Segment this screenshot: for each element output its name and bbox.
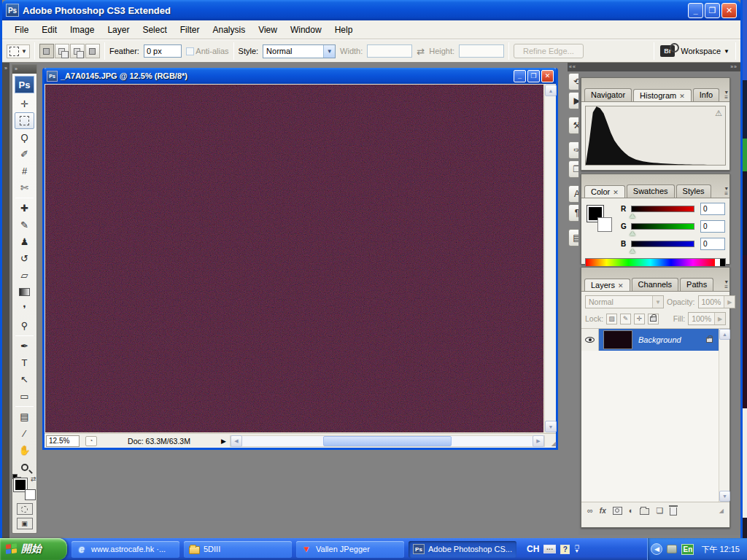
history-brush-tool[interactable]: ↺ [15, 250, 34, 267]
blur-tool[interactable]: ❜ [15, 300, 34, 317]
refine-edge-button[interactable]: Refine Edge... [514, 44, 584, 58]
menu-item-select[interactable]: Select [136, 23, 173, 37]
layers-scrollbar[interactable]: ▲ ▼ [719, 329, 729, 502]
add-to-selection-mode-button[interactable] [55, 44, 69, 58]
menu-item-image[interactable]: Image [63, 23, 101, 37]
path-selection-tool[interactable]: ↖ [15, 371, 34, 388]
delete-layer-button[interactable] [670, 506, 677, 516]
intersect-selection-mode-button[interactable] [85, 44, 100, 58]
slider-thumb-icon[interactable] [630, 214, 635, 218]
pen-tool[interactable]: ✒ [15, 338, 34, 354]
tool-preset-picker[interactable]: ▼ [7, 44, 30, 58]
feather-input[interactable] [144, 44, 182, 58]
taskbar-button-vallen-jpegger[interactable]: ▼Vallen JPegger [296, 541, 404, 558]
add-layer-mask-button[interactable] [613, 507, 622, 515]
taskbar-button-photoshop[interactable]: PsAdobe Photoshop CS... [409, 541, 516, 558]
maximize-button[interactable]: ❐ [705, 3, 720, 18]
layer-thumbnail[interactable] [603, 330, 632, 349]
close-tab-icon[interactable]: ✕ [613, 189, 619, 196]
taskbar-button-5diii[interactable]: 5DIII [184, 541, 292, 558]
status-flyout-icon[interactable]: ▶ [221, 438, 230, 445]
brush-tool[interactable]: ✎ [15, 217, 34, 233]
menu-item-edit[interactable]: Edit [35, 23, 63, 37]
doc-maximize-button[interactable]: ❐ [527, 70, 540, 82]
hide-tray-icons-chevron[interactable]: ◀ [651, 543, 662, 555]
input-language-indicator[interactable]: CH [527, 544, 539, 554]
crop-tool[interactable]: # [15, 163, 34, 179]
close-tab-icon[interactable]: ✕ [679, 93, 685, 100]
panel-dock-collapse-handle[interactable]: »» [578, 63, 740, 71]
height-input[interactable] [459, 44, 504, 58]
language-bar-options-icon[interactable]: ❐▼ [574, 545, 579, 553]
width-input[interactable] [367, 44, 412, 58]
spot-healing-brush-tool[interactable]: ✚ [15, 200, 34, 217]
horizontal-type-tool[interactable]: T [15, 354, 34, 371]
panel-tab-styles[interactable]: Styles [676, 184, 711, 198]
style-dropdown[interactable]: Normal ▼ [263, 44, 336, 58]
toolbox-collapse-handle[interactable]: » [12, 65, 36, 74]
channel-slider[interactable] [631, 241, 694, 247]
anti-alias-checkbox[interactable] [186, 47, 194, 55]
panel-tab-info[interactable]: Info [693, 88, 719, 101]
panel-tab-channels[interactable]: Channels [632, 278, 678, 291]
zoom-tool[interactable] [15, 459, 34, 475]
tray-language-badge[interactable]: En [681, 544, 694, 555]
panel-tab-color[interactable]: Color✕ [584, 185, 625, 198]
lock-transparency-button[interactable]: ▨ [606, 314, 617, 324]
scroll-down-icon[interactable]: ▼ [545, 421, 557, 432]
channel-value-input[interactable] [700, 203, 725, 215]
zoom-level-field[interactable] [46, 435, 80, 447]
panel-menu-icon[interactable]: ▾≡ [724, 279, 728, 289]
resize-grip[interactable]: ◢ [546, 435, 556, 447]
language-help-icon[interactable]: ? [560, 545, 570, 554]
document-titlebar[interactable]: Ps _A7A0145.JPG @ 12.5% (RGB/8*) _ ❐ ✕ [44, 68, 556, 84]
new-group-button[interactable] [640, 507, 649, 515]
fill-dropdown[interactable]: 100% ▶ [688, 312, 726, 325]
tray-utility-icon[interactable] [667, 545, 677, 553]
move-tool[interactable]: ✛ [15, 96, 34, 112]
channel-slider[interactable] [631, 223, 694, 230]
slice-tool[interactable]: ✄ [15, 179, 34, 196]
menu-item-help[interactable]: Help [328, 23, 360, 37]
panel-menu-icon[interactable]: ▾≡ [724, 186, 728, 196]
menu-item-layer[interactable]: Layer [101, 23, 136, 37]
new-layer-button[interactable]: ❏ [656, 506, 663, 516]
left-dock-edge[interactable]: » [2, 63, 9, 538]
eyedropper-tool[interactable]: ∕ [15, 425, 34, 442]
vertical-scrollbar[interactable]: ▲ ▼ [544, 85, 556, 432]
panel-tab-layers[interactable]: Layers✕ [584, 279, 630, 292]
blend-mode-dropdown[interactable]: Normal ▼ [585, 295, 664, 308]
link-layers-button[interactable]: ∞ [587, 506, 593, 515]
panel-menu-icon[interactable]: ▾≡ [724, 90, 728, 100]
close-tab-icon[interactable]: ✕ [618, 282, 624, 289]
hand-tool[interactable]: ✋ [15, 442, 34, 459]
channel-slider[interactable] [631, 206, 694, 212]
notes-tool[interactable]: ▤ [15, 408, 34, 425]
panel-tab-histogram[interactable]: Histogram✕ [633, 89, 692, 102]
menu-item-window[interactable]: Window [284, 23, 328, 37]
channel-value-input[interactable] [700, 220, 725, 233]
minimize-button[interactable]: _ [688, 3, 703, 18]
eraser-tool[interactable]: ▱ [15, 267, 34, 284]
doc-minimize-button[interactable]: _ [514, 70, 526, 82]
scrollbar-thumb[interactable] [323, 436, 451, 446]
cached-data-warning-icon[interactable]: ⚠ [715, 109, 722, 118]
start-button[interactable]: 開始 [0, 538, 67, 560]
panel-tab-paths[interactable]: Paths [680, 278, 713, 291]
clone-stamp-tool[interactable]: ♟ [15, 233, 34, 250]
screen-mode-button[interactable]: ▣ [17, 518, 33, 529]
layer-name[interactable]: Background [638, 335, 706, 344]
layer-visibility-toggle[interactable] [581, 329, 599, 351]
channel-value-input[interactable] [700, 238, 725, 250]
close-button[interactable]: ✕ [721, 3, 737, 18]
workspace-button[interactable]: Workspace ▼ [681, 47, 729, 55]
layer-row[interactable]: Background [581, 329, 719, 351]
doc-close-button[interactable]: ✕ [541, 70, 554, 82]
slider-thumb-icon[interactable] [630, 249, 635, 253]
status-options-icon[interactable]: ◔ [85, 436, 97, 446]
panel-tab-navigator[interactable]: Navigator [584, 88, 632, 101]
menu-item-filter[interactable]: Filter [174, 23, 206, 37]
gradient-tool[interactable] [15, 284, 34, 300]
horizontal-scrollbar[interactable]: ◀ ▶ [230, 435, 545, 447]
lasso-tool[interactable]: Ϙ [15, 129, 34, 146]
